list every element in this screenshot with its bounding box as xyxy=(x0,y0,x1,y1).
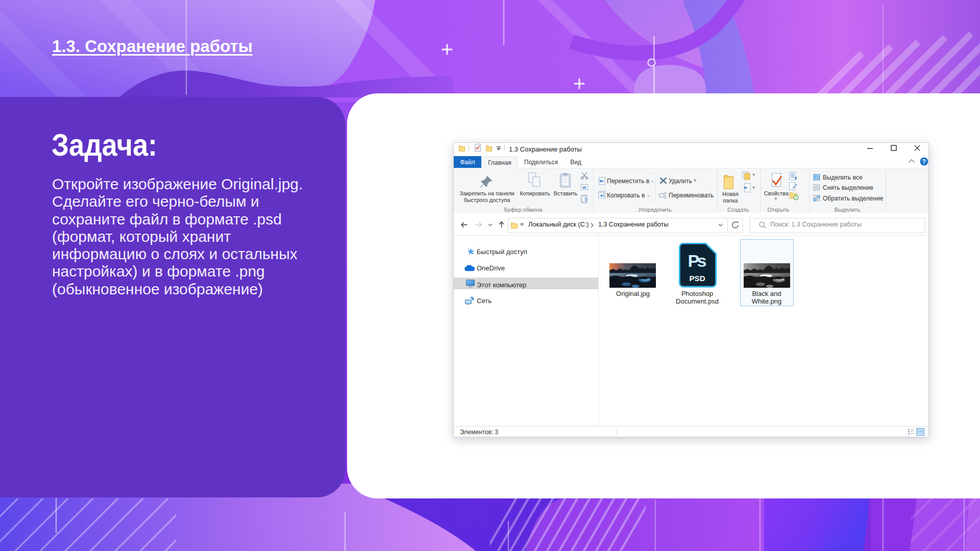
svg-text:PSD: PSD xyxy=(690,274,705,283)
svg-text:W: W xyxy=(582,185,586,190)
svg-text:?: ? xyxy=(922,158,926,165)
svg-text:Ps: Ps xyxy=(688,251,707,270)
